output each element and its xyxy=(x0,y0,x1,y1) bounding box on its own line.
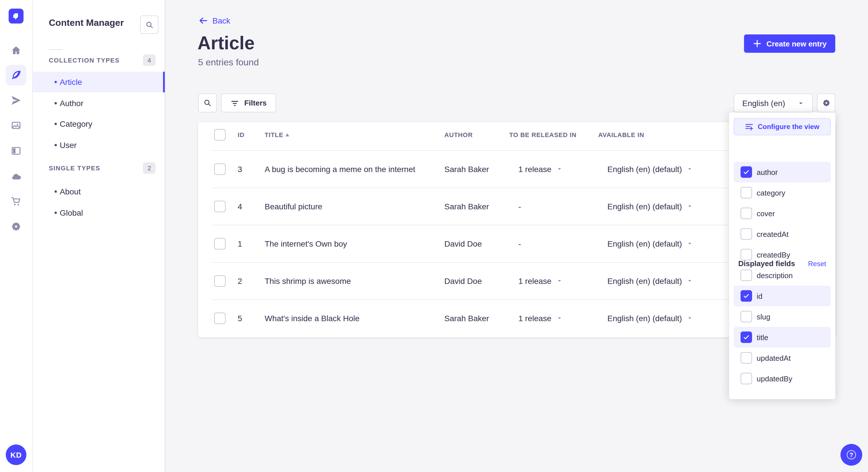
row-checkbox[interactable] xyxy=(214,238,226,249)
sort-ascending-icon[interactable] xyxy=(284,132,290,138)
column-header-available-in[interactable]: AVAILABLE IN xyxy=(598,131,644,138)
field-toggle-id[interactable]: id xyxy=(734,285,831,306)
checkbox[interactable] xyxy=(741,228,752,240)
back-link[interactable]: Back xyxy=(198,16,230,25)
configure-view-button[interactable]: Configure the view xyxy=(734,118,831,135)
sidebar-item-article[interactable]: Article xyxy=(33,72,165,92)
single-types-heading: SINGLE TYPES xyxy=(49,165,100,171)
cell-title: Beautiful picture xyxy=(265,202,322,211)
locale-chevron-icon xyxy=(687,278,693,284)
row-checkbox[interactable] xyxy=(214,163,226,175)
cell-release[interactable]: 1 release xyxy=(518,164,562,173)
cell-available[interactable]: English (en) (default) xyxy=(608,313,693,323)
column-header-to-be-released-in[interactable]: TO BE RELEASED IN xyxy=(509,131,577,138)
help-button[interactable]: ? xyxy=(840,444,862,466)
strapi-logo-icon xyxy=(11,11,21,21)
locale-select[interactable]: English (en) xyxy=(734,94,813,112)
checkbox[interactable] xyxy=(741,352,752,364)
cell-available[interactable]: English (en) (default) xyxy=(608,164,693,173)
view-settings-button[interactable] xyxy=(817,94,835,112)
sidebar-item-about[interactable]: About xyxy=(33,181,165,202)
checkbox[interactable] xyxy=(741,332,752,343)
cell-available[interactable]: English (en) (default) xyxy=(608,202,693,211)
checkbox[interactable] xyxy=(741,373,752,384)
available-value: English (en) (default) xyxy=(608,202,682,211)
content-manager-icon[interactable] xyxy=(6,65,26,86)
row-checkbox[interactable] xyxy=(214,275,226,286)
cell-title: What's inside a Black Hole xyxy=(265,313,360,323)
question-mark-icon: ? xyxy=(847,450,856,460)
cell-id: 1 xyxy=(238,239,242,248)
check-icon xyxy=(743,169,750,175)
release-value: - xyxy=(518,239,521,248)
sidebar-item-author[interactable]: Author xyxy=(33,93,165,113)
sidebar-item-category[interactable]: Category xyxy=(33,113,165,134)
field-toggle-category[interactable]: category xyxy=(734,182,831,203)
bullet-icon xyxy=(55,81,57,83)
checkbox[interactable] xyxy=(741,166,752,178)
checkbox[interactable] xyxy=(741,290,752,302)
sidebar-item-label: User xyxy=(60,140,76,150)
column-header-id[interactable]: ID xyxy=(238,131,245,138)
search-icon xyxy=(145,20,154,29)
field-toggle-updatedAt[interactable]: updatedAt xyxy=(734,347,831,368)
gear-icon xyxy=(821,98,831,108)
marketplace-icon[interactable] xyxy=(6,191,26,212)
cell-release[interactable]: 1 release xyxy=(518,313,562,323)
plus-icon xyxy=(753,39,762,48)
available-value: English (en) (default) xyxy=(608,276,682,285)
content-type-builder-icon[interactable] xyxy=(6,140,26,161)
field-toggle-updatedBy[interactable]: updatedBy xyxy=(734,368,831,389)
field-toggle-author[interactable]: author xyxy=(734,162,831,182)
row-checkbox[interactable] xyxy=(214,200,226,212)
locale-chevron-icon xyxy=(687,203,693,209)
cloud-icon[interactable] xyxy=(6,166,26,187)
avatar[interactable]: KD xyxy=(6,444,26,465)
field-label: author xyxy=(756,168,778,176)
cell-title: This shrimp is awesome xyxy=(265,276,351,285)
row-checkbox[interactable] xyxy=(214,312,226,324)
column-header-title[interactable]: TITLE xyxy=(265,131,283,138)
column-header-author[interactable]: AUTHOR xyxy=(444,131,473,138)
filters-button[interactable]: Filters xyxy=(221,94,276,112)
bullet-icon xyxy=(55,212,57,214)
back-label: Back xyxy=(212,16,230,25)
checkbox[interactable] xyxy=(741,249,752,260)
field-toggle-description[interactable]: description xyxy=(734,265,831,285)
field-toggle-slug[interactable]: slug xyxy=(734,306,831,327)
field-toggle-createdAt[interactable]: createdAt xyxy=(734,224,831,244)
home-icon[interactable] xyxy=(6,40,26,61)
cell-id: 4 xyxy=(238,202,242,211)
field-toggle-createdBy[interactable]: createdBy xyxy=(734,244,831,265)
cell-author: Sarah Baker xyxy=(444,313,489,323)
create-new-entry-button[interactable]: Create new entry xyxy=(744,34,835,53)
select-all-checkbox[interactable] xyxy=(214,129,226,140)
releases-icon[interactable] xyxy=(6,90,26,111)
cell-release[interactable]: 1 release xyxy=(518,276,562,285)
filter-icon xyxy=(230,98,240,107)
sidebar-item-label: Article xyxy=(60,77,82,87)
entries-search-button[interactable] xyxy=(198,94,217,112)
bullet-icon xyxy=(55,144,57,146)
view-settings-popover: Configure the view Displayed fields Rese… xyxy=(729,112,835,399)
cell-release[interactable]: - xyxy=(518,202,521,211)
checkbox[interactable] xyxy=(741,187,752,198)
cell-available[interactable]: English (en) (default) xyxy=(608,276,693,285)
checkbox[interactable] xyxy=(741,270,752,281)
field-label: description xyxy=(756,271,793,279)
cell-release[interactable]: - xyxy=(518,239,521,248)
sidebar-item-global[interactable]: Global xyxy=(33,202,165,223)
checkbox[interactable] xyxy=(741,208,752,219)
field-label: slug xyxy=(756,312,770,321)
search-icon xyxy=(203,99,212,107)
media-library-icon[interactable] xyxy=(6,115,26,136)
checkbox[interactable] xyxy=(741,311,752,322)
field-toggle-title[interactable]: title xyxy=(734,327,831,347)
field-toggle-cover[interactable]: cover xyxy=(734,203,831,224)
cell-available[interactable]: English (en) (default) xyxy=(608,239,693,248)
cell-id: 5 xyxy=(238,313,242,323)
sidebar-search-button[interactable] xyxy=(140,15,158,34)
sidebar-item-user[interactable]: User xyxy=(33,135,165,156)
strapi-logo[interactable] xyxy=(9,9,24,24)
settings-icon[interactable] xyxy=(6,216,26,237)
